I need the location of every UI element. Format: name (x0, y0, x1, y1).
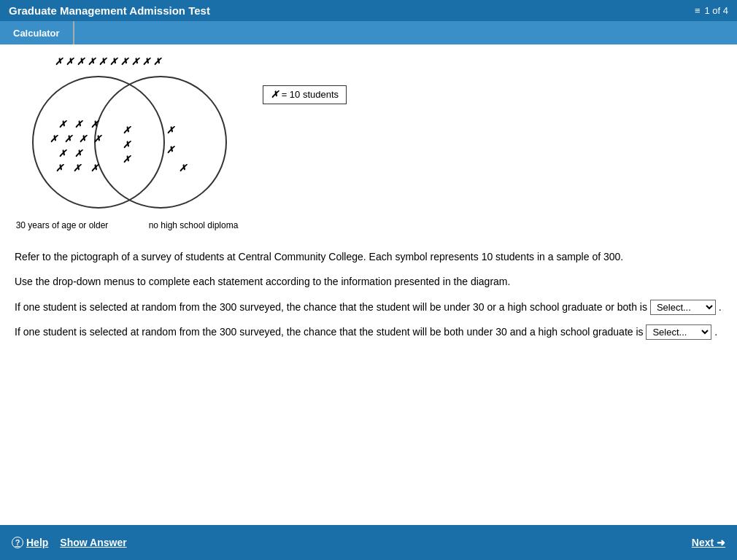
instruction-text: Use the drop-down menus to complete each… (15, 276, 510, 287)
show-answer-button[interactable]: Show Answer (60, 537, 126, 548)
help-label: Help (26, 537, 48, 548)
venn-diagram-container: ✗ ✗ ✗ ✗ ✗ ✗ ✗ ✗ ✗ ✗ (15, 56, 248, 237)
svg-point-1 (95, 77, 226, 208)
intro-text: Refer to the pictograph of a survey of s… (15, 251, 623, 262)
svg-text:✗: ✗ (123, 139, 131, 150)
intro-paragraph: Refer to the pictograph of a survey of s… (15, 249, 722, 265)
question2-after: . (714, 326, 717, 338)
svg-text:✗: ✗ (74, 119, 83, 130)
main-content: ✗ ✗ ✗ ✗ ✗ ✗ ✗ ✗ ✗ ✗ (0, 44, 737, 520)
progress-icon: ≡ (695, 5, 701, 16)
legend-symbol: ✗ (271, 89, 279, 100)
svg-text:✗: ✗ (58, 119, 67, 130)
app-title: Graduate Management Admission Test (9, 4, 210, 17)
question2-before: If one student is selected at random fro… (15, 326, 644, 338)
app-header: Graduate Management Admission Test ≡ 1 o… (0, 0, 737, 21)
legend-text: = 10 students (282, 89, 339, 100)
svg-text:✗: ✗ (123, 125, 131, 136)
progress-indicator: ≡ 1 of 4 (695, 5, 728, 16)
footer-left: ? Help Show Answer (12, 537, 127, 548)
footer: ? Help Show Answer Next ➜ (0, 525, 737, 560)
venn-legend: ✗ = 10 students (263, 85, 347, 104)
venn-diagram-area: ✗ ✗ ✗ ✗ ✗ ✗ ✗ ✗ ✗ ✗ (15, 56, 722, 237)
question1-after: . (719, 301, 722, 313)
question-content: Refer to the pictograph of a survey of s… (15, 249, 722, 341)
dropdown2[interactable]: Select... 1/6 1/5 2/3 5/6 1/30 1/10 11/3… (646, 324, 711, 340)
svg-text:✗: ✗ (64, 133, 73, 144)
venn-label-right: no high school diploma (146, 220, 241, 230)
venn-circles: ✗ ✗ ✗ ✗ ✗ ✗ ✗ ✗ ✗ ✗ ✗ ✗ ✗ (15, 69, 248, 237)
svg-text:✗: ✗ (58, 148, 67, 159)
calculator-button[interactable]: Calculator (0, 21, 74, 44)
svg-text:✗: ✗ (123, 154, 131, 165)
progress-text: 1 of 4 (704, 5, 728, 16)
dropdown1[interactable]: Select... 1/6 1/5 2/3 5/6 1/30 1/10 11/3… (650, 300, 716, 315)
question1-paragraph: If one student is selected at random fro… (15, 299, 722, 315)
question1-before: If one student is selected at random fro… (15, 301, 647, 313)
svg-text:✗: ✗ (74, 148, 83, 159)
svg-text:✗: ✗ (166, 144, 175, 155)
svg-text:✗: ✗ (55, 163, 64, 174)
svg-text:✗: ✗ (50, 133, 58, 144)
svg-text:✗: ✗ (90, 163, 99, 174)
svg-text:✗: ✗ (93, 133, 102, 144)
help-button[interactable]: ? Help (12, 537, 48, 548)
help-icon: ? (12, 537, 23, 548)
svg-text:✗: ✗ (179, 163, 188, 174)
next-button[interactable]: Next ➜ (692, 537, 725, 548)
top-symbols: ✗ ✗ ✗ ✗ ✗ ✗ ✗ ✗ ✗ ✗ (55, 56, 248, 68)
svg-text:✗: ✗ (90, 119, 99, 130)
svg-text:✗: ✗ (73, 163, 82, 174)
venn-labels: 30 years of age or older no high school … (15, 220, 241, 230)
question2-paragraph: If one student is selected at random fro… (15, 324, 722, 340)
toolbar: Calculator (0, 21, 737, 44)
svg-text:✗: ✗ (166, 125, 175, 136)
instruction-paragraph: Use the drop-down menus to complete each… (15, 273, 722, 289)
venn-label-left: 30 years of age or older (15, 220, 109, 230)
svg-text:✗: ✗ (79, 133, 88, 144)
